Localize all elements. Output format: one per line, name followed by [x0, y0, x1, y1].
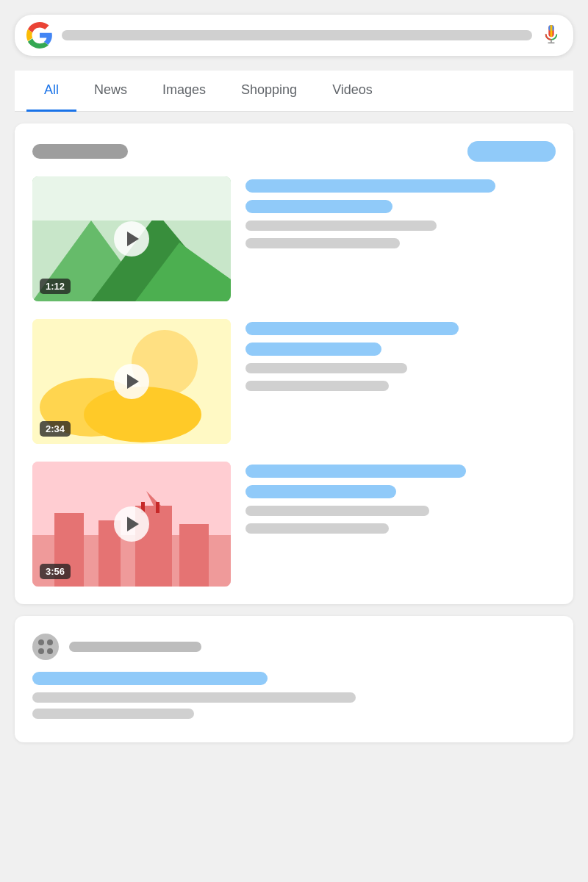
video-info-1 [245, 176, 556, 301]
source-dot [47, 639, 53, 645]
tab-videos[interactable]: Videos [315, 71, 390, 112]
tab-shopping[interactable]: Shopping [223, 71, 315, 112]
svg-rect-2 [551, 25, 553, 37]
duration-badge-1: 1:12 [40, 279, 71, 294]
second-result-card [15, 616, 573, 742]
video-desc2-1 [245, 238, 400, 248]
page-wrapper: All News Images Shopping Videos [0, 0, 588, 757]
svg-rect-9 [32, 176, 231, 220]
play-triangle-2 [127, 374, 139, 389]
video-info-3 [245, 462, 556, 587]
header-label [32, 144, 128, 159]
video-item-1[interactable]: 1:12 [32, 176, 556, 301]
source-label [69, 642, 201, 652]
result-desc-1 [32, 692, 356, 703]
search-tabs: All News Images Shopping Videos [15, 71, 573, 112]
video-thumbnail-3[interactable]: 3:56 [32, 462, 231, 587]
search-bar[interactable] [15, 15, 573, 56]
video-item-3[interactable]: 3:56 [32, 462, 556, 587]
result-title[interactable] [32, 672, 268, 685]
video-subtitle-3 [245, 485, 396, 498]
video-title-3 [245, 465, 466, 478]
play-button-3[interactable] [114, 506, 149, 542]
mic-icon[interactable] [541, 25, 562, 46]
play-button-1[interactable] [114, 221, 149, 257]
video-title-2 [245, 322, 459, 335]
tab-images[interactable]: Images [145, 71, 223, 112]
video-thumbnail-2[interactable]: 2:34 [32, 319, 231, 444]
play-triangle-3 [127, 517, 139, 531]
video-thumbnail-1[interactable]: 1:12 [32, 176, 231, 301]
search-input-placeholder [62, 30, 532, 40]
play-triangle-1 [127, 232, 139, 246]
video-subtitle-2 [245, 343, 381, 356]
google-logo [26, 22, 53, 49]
duration-badge-3: 3:56 [40, 564, 71, 579]
duration-badge-2: 2:34 [40, 421, 71, 437]
card-header [32, 141, 556, 162]
tab-news[interactable]: News [76, 71, 145, 112]
second-card-header [32, 634, 556, 660]
header-action[interactable] [467, 141, 556, 162]
video-desc1-1 [245, 220, 437, 231]
video-desc1-3 [245, 506, 429, 516]
video-item-2[interactable]: 2:34 [32, 319, 556, 444]
video-info-2 [245, 319, 556, 444]
source-dot [38, 648, 44, 654]
video-desc2-3 [245, 523, 389, 534]
tab-all[interactable]: All [26, 71, 76, 112]
video-title-1 [245, 179, 495, 193]
source-dot [38, 639, 44, 645]
video-desc2-2 [245, 381, 389, 391]
result-desc-2 [32, 709, 194, 719]
svg-rect-22 [156, 502, 159, 513]
video-desc1-2 [245, 363, 407, 373]
video-results-card: 1:12 2:34 [15, 123, 573, 604]
play-button-2[interactable] [114, 364, 149, 399]
video-subtitle-1 [245, 200, 392, 213]
source-icon [32, 634, 59, 660]
svg-rect-20 [179, 524, 209, 587]
source-dot [47, 648, 53, 654]
source-dot-grid [38, 639, 53, 654]
